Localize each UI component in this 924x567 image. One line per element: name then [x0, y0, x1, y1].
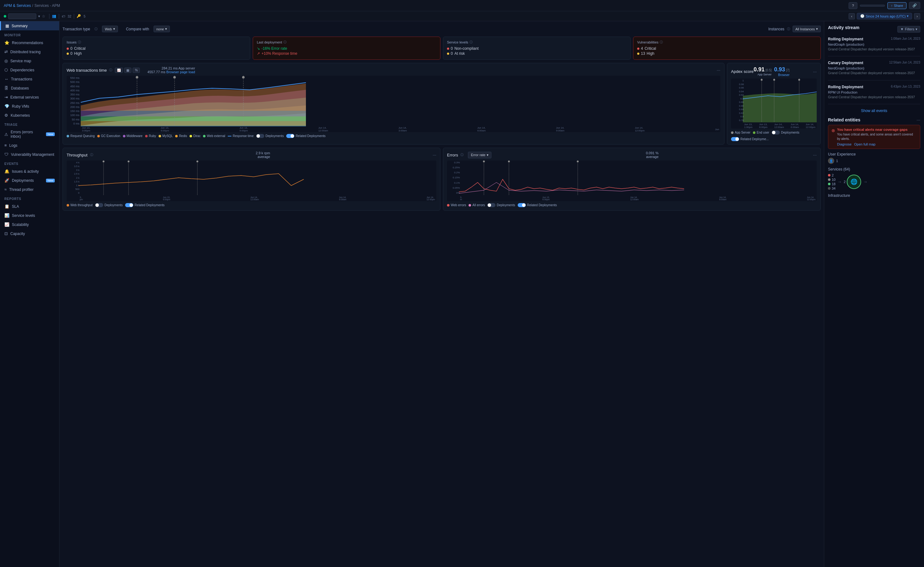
instances-select[interactable]: All Instances ▾ — [793, 26, 821, 32]
left-arrow-icon: → — [837, 179, 842, 184]
apdex-x-axis: Jun 13,1:00pm Jun 13,6:00pm Jun 14,12:00… — [743, 123, 817, 129]
breadcrumb-parent[interactable]: APM & Services — [4, 3, 31, 8]
throughput-more-icon[interactable]: ··· — [433, 152, 436, 157]
web-transactions-title: Web transactions time — [67, 68, 106, 72]
throughput-related-toggle-btn[interactable] — [125, 203, 133, 207]
entity-search[interactable] — [860, 5, 885, 7]
sidebar-item-kubernetes[interactable]: ⚙ Kubernetes — [0, 111, 59, 120]
sidebar-item-distributed-tracing[interactable]: ⇄ Distributed tracing — [0, 47, 59, 56]
sidebar-item-summary[interactable]: ▦ Summary — [0, 21, 59, 30]
sidebar-item-recommendations[interactable]: ⭐ Recommendations — [0, 38, 59, 47]
sidebar-item-scalability[interactable]: 📈 Scalability — [0, 220, 59, 229]
transaction-type-select[interactable]: Web ▾ — [102, 26, 118, 32]
event-desc-1: Grand Central Dispatcher deployed versio… — [828, 71, 920, 75]
service-name-input[interactable] — [8, 14, 36, 19]
instances-info-icon[interactable]: ⓘ — [787, 27, 790, 31]
errors-chart: Errors ⓘ Error rate ▾ 0.091 % average ··… — [443, 148, 821, 211]
related-deployments-toggle[interactable] — [286, 134, 294, 138]
web-transactions-more-icon[interactable]: ··· — [717, 68, 720, 72]
svg-point-5 — [242, 76, 244, 78]
bar-chart-btn[interactable]: ▦ — [124, 68, 131, 73]
sidebar-item-dependencies[interactable]: ⬡ Dependencies — [0, 65, 59, 74]
throughput-deploy-toggle[interactable] — [95, 203, 103, 207]
services-section: Services (64) 2 10 18 — [828, 167, 920, 190]
browser-page-load-link[interactable]: Browser page load — [166, 70, 195, 74]
last-deployment-card: Last deployment ⓘ ↘ -16% Error rate ↗ +1… — [253, 37, 440, 60]
last-deployment-info-icon[interactable]: ⓘ — [284, 40, 286, 44]
prev-time-button[interactable]: ‹ — [849, 13, 855, 20]
sidebar-item-logs[interactable]: ≡ Logs — [0, 141, 59, 150]
sidebar-item-ruby-vms[interactable]: 💎 Ruby VMs — [0, 102, 59, 111]
throughput-info-icon[interactable]: ⓘ — [90, 153, 93, 157]
sidebar-item-vulnerability-management[interactable]: 🛡 Vulnerability Management — [0, 150, 59, 159]
legend-response-time: Response time — [228, 134, 254, 138]
main-service-node[interactable]: 🌐 — [847, 174, 861, 189]
errors-more-icon[interactable]: ··· — [813, 152, 817, 157]
sidebar-item-service-levels[interactable]: 📊 Service levels — [0, 211, 59, 220]
event-time-2: 6:43pm Jun 13, 2023 — [891, 85, 920, 88]
vulnerabilities-info-icon[interactable]: ⓘ — [660, 40, 663, 44]
throughput-legend: Web throughput Deployments Related Deplo… — [67, 203, 436, 207]
filters-button[interactable]: ▼ Filters ▾ — [897, 26, 920, 33]
area-chart-btn[interactable]: 📈 — [115, 68, 123, 73]
open-full-map-link[interactable]: Open full map — [854, 142, 875, 146]
sidebar-item-databases[interactable]: 🗄 Databases — [0, 84, 59, 93]
sidebar-item-issues-activity[interactable]: 🔔 Issues & activity — [0, 167, 59, 176]
response-time-arrow: ↗ — [257, 51, 260, 56]
errors-filter-select[interactable]: Error rate ▾ — [468, 152, 491, 158]
errors-related-toggle-btn[interactable] — [518, 203, 526, 207]
legend-app-server: App Server — [731, 131, 750, 135]
right-panel: Activity stream ▼ Filters ▾ Rolling Depl… — [824, 21, 924, 567]
related-entities-more-icon[interactable]: ··· — [916, 117, 920, 122]
issues-info-icon[interactable]: ⓘ — [78, 40, 81, 44]
sidebar-item-thread-profiler[interactable]: ≈ Thread profiler — [0, 185, 59, 194]
help-button[interactable]: ? — [849, 2, 857, 9]
instances-bar: Instances ⓘ All Instances ▾ — [768, 26, 821, 32]
errors-info-icon[interactable]: ⓘ — [460, 153, 464, 157]
event-name-1: NerdGraph (production) — [828, 66, 920, 70]
next-time-button[interactable]: › — [914, 13, 920, 20]
issues-critical-label: Critical — [74, 46, 86, 51]
triage-section-header: TRIAGE — [0, 120, 59, 128]
sidebar-item-service-map[interactable]: ◎ Service map — [0, 56, 59, 65]
service-levels-info-icon[interactable]: ⓘ — [470, 40, 472, 44]
apdex-related-deploy-toggle[interactable] — [731, 137, 739, 141]
apdex-scores: 0.91 [0.5] App Server 0.93 [7] Browser — [753, 66, 789, 77]
deployments-toggle[interactable] — [256, 134, 264, 138]
time-bar: ‹ 🕐 Since 24 hours ago (UTC) ▾ › — [849, 13, 920, 20]
svg-point-17 — [196, 161, 198, 162]
share-button[interactable]: ↑ Share — [887, 2, 906, 9]
chevron-down-icon: ▾ — [907, 14, 909, 18]
sidebar-item-transactions[interactable]: ↔ Transactions — [0, 74, 59, 84]
star-icon[interactable]: ☆ — [42, 14, 45, 18]
apdex-deploy-toggle[interactable] — [772, 131, 780, 135]
show-all-events-link[interactable]: Show all events — [828, 108, 920, 113]
apdex-browser-link[interactable]: Browser — [778, 73, 789, 77]
apdex-more-icon[interactable]: ··· — [813, 69, 817, 74]
legend-middleware: Middleware — [123, 134, 142, 138]
breadcrumb: APM & Services / Services - APM — [4, 3, 60, 8]
diagnose-link[interactable]: Diagnose — [837, 142, 851, 146]
time-range-button[interactable]: 🕐 Since 24 hours ago (UTC) ▾ — [857, 13, 912, 20]
sidebar-item-errors-inbox[interactable]: ⚠ Errors (errors inbox) New — [0, 128, 59, 141]
breadcrumb-current: Services - APM — [34, 3, 60, 8]
sidebar-item-sla[interactable]: 📋 SLA — [0, 202, 59, 211]
web-transactions-info-icon[interactable]: ⓘ — [109, 68, 112, 72]
percent-chart-btn[interactable]: % — [133, 68, 140, 73]
sidebar-item-capacity[interactable]: ⊡ Capacity — [0, 229, 59, 238]
svg-point-11 — [798, 79, 800, 81]
transaction-type-info-icon[interactable]: ⓘ — [94, 27, 98, 31]
apdex-browser-score: 0.93 [7] Browser — [774, 66, 789, 77]
alert-content: You have critical alerts near coverage g… — [837, 128, 917, 146]
compare-with-select[interactable]: none ▾ — [154, 26, 170, 32]
throughput-deployments-toggle: Deployments — [95, 203, 123, 207]
sidebar-item-deployments[interactable]: 🚀 Deployments New — [0, 176, 59, 185]
vuln-high-dot — [637, 53, 639, 55]
sidebar-item-external-services[interactable]: ⇥ External services — [0, 93, 59, 102]
event-name-0: NerdGraph (production) — [828, 42, 920, 46]
errors-deployments-toggle: Deployments — [488, 203, 515, 207]
errors-deploy-toggle[interactable] — [488, 203, 495, 207]
link-button[interactable]: 🔗 — [909, 2, 920, 9]
user-experience-row: 👤 1 — [828, 158, 920, 164]
instances-label: Instances — [768, 27, 784, 31]
